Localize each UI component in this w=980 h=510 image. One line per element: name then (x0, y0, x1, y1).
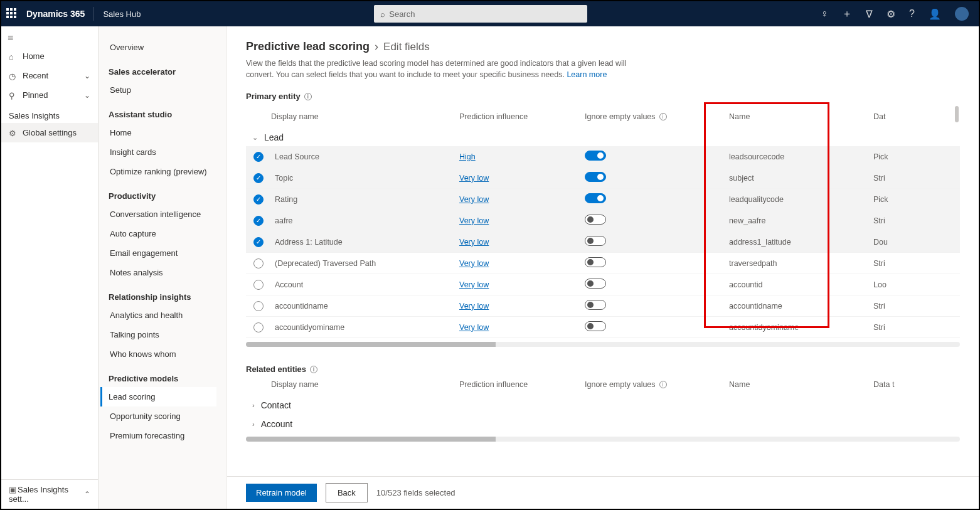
entity-group-name: Lead (264, 132, 284, 142)
field-row[interactable]: ✓RatingVery lowleadqualitycodePick (246, 189, 960, 210)
prediction-influence-link[interactable]: Very low (459, 302, 489, 311)
plus-icon[interactable]: ＋ (842, 8, 852, 21)
row-checkbox[interactable]: ✓ (253, 216, 264, 226)
row-checkbox[interactable] (253, 301, 264, 311)
back-button[interactable]: Back (326, 483, 368, 502)
nav2-link-optimize-ranking-preview-[interactable]: Optimize ranking (preview) (109, 162, 216, 181)
info-icon[interactable]: i (659, 381, 667, 388)
ignore-empty-toggle[interactable] (585, 300, 606, 310)
prediction-influence-link[interactable]: Very low (459, 195, 489, 204)
row-checkbox[interactable]: ✓ (253, 194, 264, 205)
nav2-link-conversation-intelligence[interactable]: Conversation intelligence (109, 205, 216, 224)
nav2-link-notes-analysis[interactable]: Notes analysis (109, 263, 216, 282)
col-ignore-empty[interactable]: Ignore empty values (585, 380, 656, 389)
nav2-link-talking-points[interactable]: Talking points (109, 325, 216, 344)
col-display-name[interactable]: Display name (271, 112, 459, 121)
ignore-empty-toggle[interactable] (585, 151, 606, 161)
info-icon[interactable]: i (310, 366, 317, 373)
info-icon[interactable]: i (304, 93, 312, 100)
ignore-empty-toggle[interactable] (585, 257, 606, 267)
nav2-link-premium-forecasting[interactable]: Premium forecasting (109, 426, 216, 445)
nav2-link-home[interactable]: Home (109, 123, 216, 142)
row-data-type: Dou (873, 238, 930, 247)
nav2-link-who-knows-whom[interactable]: Who knows whom (109, 344, 216, 364)
info-icon[interactable]: i (659, 113, 667, 120)
nav-item-global-settings[interactable]: ⚙Global settings (1, 123, 98, 142)
ignore-empty-toggle[interactable] (585, 279, 606, 289)
row-checkbox[interactable]: ✓ (253, 173, 264, 183)
ignore-empty-toggle[interactable] (585, 321, 606, 331)
retrain-model-button[interactable]: Retrain model (246, 484, 317, 502)
nav2-link-opportunity-scoring[interactable]: Opportunity scoring (109, 406, 216, 426)
col-name[interactable]: Name (729, 380, 873, 389)
ignore-empty-toggle[interactable] (585, 236, 606, 246)
help-icon[interactable]: ? (909, 8, 915, 19)
row-checkbox[interactable]: ✓ (253, 237, 264, 247)
pin-icon: ⚲ (9, 91, 18, 100)
app-name[interactable]: Sales Hub (103, 9, 141, 19)
field-row[interactable]: ✓aafreVery lownew_aafreStri (246, 210, 960, 231)
row-data-type: Pick (873, 152, 930, 161)
nav-item-home[interactable]: ⌂Home (1, 46, 98, 66)
horizontal-scrollbar[interactable] (246, 437, 960, 442)
prediction-influence-link[interactable]: High (459, 152, 476, 161)
nav2-link-lead-scoring[interactable]: Lead scoring (100, 387, 216, 406)
col-prediction-influence[interactable]: Prediction influence (459, 380, 585, 389)
related-entity-row[interactable]: ›Contact (246, 395, 960, 414)
breadcrumb-root[interactable]: Predictive lead scoring (246, 40, 370, 53)
app-launcher-icon[interactable] (6, 8, 18, 19)
row-name: accountidname (729, 302, 873, 311)
hamburger-icon[interactable]: ≡ (1, 30, 98, 46)
gear-icon[interactable]: ⚙ (887, 8, 895, 20)
prediction-influence-link[interactable]: Very low (459, 174, 489, 183)
col-display-name[interactable]: Display name (271, 380, 459, 389)
ignore-empty-toggle[interactable] (585, 215, 606, 225)
row-checkbox[interactable] (253, 258, 264, 268)
row-checkbox[interactable] (253, 322, 264, 332)
prediction-influence-link[interactable]: Very low (459, 259, 489, 268)
col-prediction-influence[interactable]: Prediction influence (459, 112, 585, 121)
user-icon[interactable]: 👤 (929, 8, 941, 20)
col-name[interactable]: Name (729, 112, 873, 121)
entity-group-row[interactable]: ⌄ Lead (246, 127, 960, 146)
prediction-influence-link[interactable]: Very low (459, 216, 489, 225)
prediction-influence-link[interactable]: Very low (459, 323, 489, 332)
nav2-link-analytics-and-health[interactable]: Analytics and health (109, 305, 216, 325)
nav-label: Home (23, 51, 45, 61)
row-checkbox[interactable] (253, 280, 264, 290)
search-input[interactable]: ⌕ Search (374, 5, 587, 23)
divider (93, 7, 94, 21)
field-row[interactable]: ✓Lead SourceHighleadsourcecodePick (246, 146, 960, 167)
horizontal-scrollbar[interactable] (246, 342, 960, 347)
prediction-influence-link[interactable]: Very low (459, 280, 489, 289)
learn-more-link[interactable]: Learn more (567, 70, 607, 79)
ignore-empty-toggle[interactable] (585, 172, 606, 182)
nav2-link-insight-cards[interactable]: Insight cards (109, 142, 216, 162)
field-row[interactable]: accountidyominameVery lowaccountidyomina… (246, 317, 960, 338)
avatar-icon[interactable] (955, 7, 969, 21)
related-entity-row[interactable]: ›Account (246, 414, 960, 433)
filter-icon[interactable]: ∇ (866, 8, 873, 20)
col-data-type[interactable]: Data t (873, 380, 930, 389)
row-checkbox[interactable]: ✓ (253, 152, 264, 162)
left-nav-primary: ≡ ⌂Home◷Recent⌄⚲Pinned⌄ Sales Insights ⚙… (1, 26, 99, 509)
nav2-link-auto-capture[interactable]: Auto capture (109, 224, 216, 243)
vertical-scrollbar[interactable] (955, 106, 959, 122)
prediction-influence-link[interactable]: Very low (459, 238, 489, 247)
field-row[interactable]: ✓TopicVery lowsubjectStri (246, 167, 960, 189)
nav-item-pinned[interactable]: ⚲Pinned⌄ (1, 85, 98, 105)
breadcrumb-current: Edit fields (383, 41, 430, 53)
nav2-link-email-engagement[interactable]: Email engagement (109, 243, 216, 263)
field-row[interactable]: (Deprecated) Traversed PathVery lowtrave… (246, 253, 960, 274)
nav2-overview[interactable]: Overview (109, 38, 216, 57)
lightbulb-icon[interactable]: ♀ (821, 8, 828, 19)
field-row[interactable]: AccountVery lowaccountidLoo (246, 274, 960, 295)
field-row[interactable]: accountidnameVery lowaccountidnameStri (246, 295, 960, 317)
field-row[interactable]: ✓Address 1: LatitudeVery lowaddress1_lat… (246, 231, 960, 253)
nav-item-recent[interactable]: ◷Recent⌄ (1, 66, 98, 85)
nav2-link-setup[interactable]: Setup (109, 80, 216, 100)
col-ignore-empty[interactable]: Ignore empty values (585, 112, 656, 121)
nav-footer-item[interactable]: ▣Sales Insights sett... ⌃ (1, 479, 98, 509)
col-data-type[interactable]: Dat (873, 112, 930, 121)
ignore-empty-toggle[interactable] (585, 193, 606, 203)
